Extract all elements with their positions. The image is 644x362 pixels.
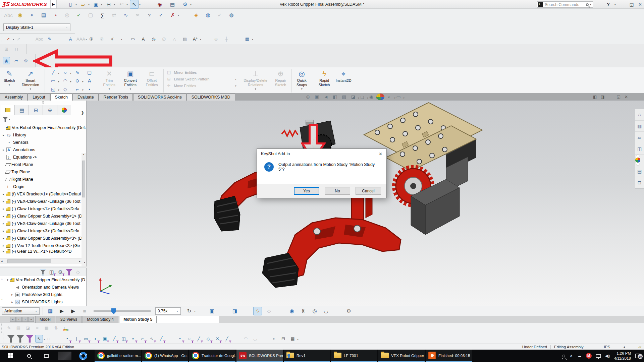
- study-type-dropdown[interactable]: Animation⌄: [2, 307, 40, 315]
- spellcheck-icon[interactable]: Abc: [35, 35, 43, 43]
- stop-icon[interactable]: ■: [80, 307, 89, 315]
- filter-icon[interactable]: [3, 117, 8, 122]
- feature-tree-item[interactable]: Top Plane: [0, 168, 86, 176]
- feature-tree-item[interactable]: History: [0, 131, 86, 139]
- add-key-icon[interactable]: ◇: [265, 307, 273, 315]
- datum-target-icon[interactable]: ◎: [150, 35, 158, 43]
- filter-circle-icon[interactable]: ○: [185, 335, 193, 343]
- select-cursor-icon[interactable]: ↖: [130, 0, 139, 9]
- help-button[interactable]: ?: [607, 2, 610, 7]
- filter-arc-up-icon[interactable]: ◠: [242, 335, 250, 343]
- filter-surface-icon[interactable]: ◗: [92, 335, 99, 343]
- contact-icon[interactable]: ◡: [322, 307, 330, 315]
- tree-scroll-down-icon[interactable]: ▾: [84, 261, 85, 264]
- geometric-tolerance-icon[interactable]: ▭: [129, 35, 137, 43]
- expand-arrow-icon[interactable]: [1, 229, 6, 233]
- zoom-to-area-icon[interactable]: ▣: [313, 94, 321, 100]
- filter-dotted-box-icon[interactable]: ▫: [270, 335, 278, 343]
- task-view-button[interactable]: [38, 350, 55, 362]
- mass-properties-icon[interactable]: ⌖: [28, 11, 36, 19]
- filter-camera-icon[interactable]: ◫: [48, 269, 55, 276]
- print-icon[interactable]: ⊟: [104, 0, 113, 9]
- rapid-sketch-button[interactable]: ϟ Rapid Sketch: [315, 68, 333, 93]
- tab-propertymanager[interactable]: ▤: [15, 105, 29, 115]
- save-icon[interactable]: ▣: [92, 0, 100, 9]
- circle-tool-icon[interactable]: ○: [61, 69, 69, 76]
- forum-icon[interactable]: ⊡: [635, 177, 644, 188]
- open-icon[interactable]: ▱: [79, 0, 88, 9]
- filter-results-icon[interactable]: [65, 269, 73, 276]
- selection-filter-icon[interactable]: [261, 335, 268, 343]
- people-icon[interactable]: [562, 355, 565, 357]
- center-mark-icon[interactable]: ⊕: [212, 35, 220, 43]
- motion-icon[interactable]: ⇄: [110, 11, 118, 19]
- properties-icon[interactable]: ▤: [635, 166, 644, 177]
- ribbon-tab[interactable]: Render Tools: [99, 94, 133, 101]
- file-question-icon[interactable]: ?: [145, 11, 154, 19]
- ellipse-tool-icon[interactable]: ⊙: [73, 77, 82, 84]
- datum-feature-icon[interactable]: A: [139, 35, 147, 43]
- ribbon-tab[interactable]: SOLIDWORKS Add-Ins: [133, 94, 186, 101]
- motion-scroll-up-icon[interactable]: ⌃: [1, 278, 3, 282]
- balloon-icon[interactable]: ①: [87, 35, 95, 43]
- xpress-products-icon[interactable]: ◉: [155, 0, 164, 9]
- line-tool-icon[interactable]: ╱: [49, 69, 57, 76]
- arc-tool-icon[interactable]: ◠: [61, 77, 69, 84]
- gmail-icon[interactable]: M: [586, 353, 592, 359]
- taskbar-app-button[interactable]: gallotti-e-radice-m...: [95, 350, 141, 362]
- eraser-icon[interactable]: ◪: [24, 324, 32, 331]
- smart-dimension-icon[interactable]: ↗: [4, 35, 12, 43]
- calculate-icon[interactable]: ▦: [46, 307, 55, 315]
- search-scope-icon[interactable]: [538, 2, 543, 7]
- taskbar-app-button[interactable]: (1) WhatsApp - Go...: [142, 350, 188, 362]
- measure-icon[interactable]: ◉: [16, 11, 24, 19]
- network-icon[interactable]: [596, 354, 601, 358]
- repair-sketch-button[interactable]: ⊕ Repair Sketch: [271, 68, 290, 93]
- display-state-dropdown[interactable]: Display State-1⌄: [3, 23, 70, 31]
- tab-dimxpertmanager[interactable]: ⊕: [43, 105, 57, 115]
- taskbar-search-button[interactable]: [20, 350, 38, 362]
- section-view-icon[interactable]: ◧: [331, 94, 339, 100]
- design-library-icon[interactable]: ▥: [635, 121, 644, 132]
- layers-icon[interactable]: ▤: [15, 324, 22, 331]
- units-caret-icon[interactable]: ▴: [624, 345, 625, 348]
- pane-right-icon[interactable]: ◨: [601, 95, 604, 99]
- trim-entities-button[interactable]: ✕ Trim Entities▾: [99, 68, 119, 93]
- toolbar-icon[interactable]: [202, 35, 210, 43]
- check-entity-icon[interactable]: ✓: [74, 11, 83, 19]
- filter-spline-icon[interactable]: ∿: [148, 335, 156, 343]
- edit-appearance-icon[interactable]: [376, 94, 384, 100]
- dialog-button[interactable]: Cancel: [356, 187, 381, 195]
- keyshot-update-icon[interactable]: ▱: [12, 57, 20, 64]
- taskbar-app-button[interactable]: SW SOLIDWORKS Prem...: [236, 350, 283, 362]
- toolbar-icon[interactable]: [233, 35, 241, 43]
- keyshot-animation-icon[interactable]: ϟ: [253, 307, 262, 315]
- feature-tree-item[interactable]: Right Plane: [0, 176, 86, 183]
- dialog-button[interactable]: No: [325, 187, 350, 195]
- action-center-icon[interactable]: 10: [635, 354, 641, 358]
- frame-tool-icon[interactable]: ▢: [86, 69, 94, 76]
- appearances-icon[interactable]: [635, 155, 640, 166]
- equations-icon[interactable]: ∑: [98, 11, 107, 19]
- rectangle-tool-icon[interactable]: ▭: [49, 77, 57, 84]
- quick-snaps-button[interactable]: ◎ Quick Snaps▾: [293, 68, 311, 93]
- pane-left-icon[interactable]: ◧: [593, 95, 597, 99]
- feature-tree-root[interactable]: Vex Robot Gripper Final Assembly (Defau: [0, 124, 86, 131]
- filter-plane-icon[interactable]: ◫: [120, 335, 127, 343]
- filter-animation-icon[interactable]: [39, 269, 47, 276]
- expand-arrow-icon[interactable]: [1, 244, 6, 247]
- feature-tree-item[interactable]: (-) Claw-Linkage<1> (Default<<Defa: [0, 205, 86, 213]
- fillet-tool-icon[interactable]: ⌐: [73, 85, 82, 93]
- search-dropdown-icon[interactable]: ▾: [590, 3, 591, 6]
- home-icon[interactable]: ⌂: [635, 109, 644, 121]
- undo-icon[interactable]: ↶: [117, 0, 126, 9]
- ribbon-tab[interactable]: Assembly: [0, 94, 28, 101]
- filter-face-icon[interactable]: ▭: [82, 335, 90, 343]
- taskbar-app-button[interactable]: Finished: 00:03:15: [426, 350, 472, 362]
- feature-tree-item[interactable]: (-) Claw Gripper Sub Assembly<1> (D: [0, 213, 86, 220]
- expand-arrow-icon[interactable]: [1, 222, 6, 225]
- motion-study-tab[interactable]: 3D Views: [56, 316, 82, 323]
- step-icon[interactable]: ⊓: [13, 45, 20, 53]
- panel-splitter[interactable]: [0, 101, 86, 104]
- taskbar-app-button[interactable]: Rev1: [284, 350, 330, 362]
